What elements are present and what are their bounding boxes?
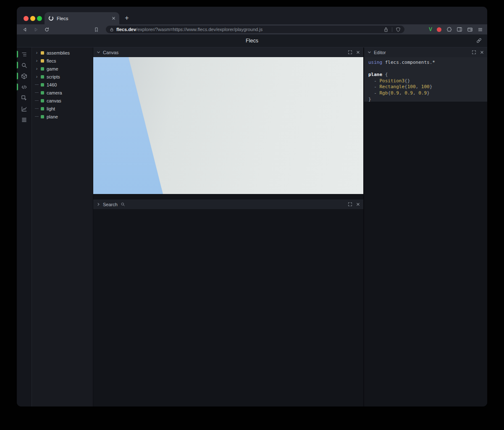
browser-tab[interactable]: Flecs <box>45 12 119 24</box>
traffic-light-minimize-button[interactable] <box>30 16 35 21</box>
fullscreen-icon[interactable] <box>472 50 476 55</box>
navigation-bar: flecs.dev/explorer/?wasm=https://www.fle… <box>17 24 487 34</box>
menu-icon[interactable] <box>478 27 483 32</box>
url-text: flecs.dev/explorer/?wasm=https://www.fle… <box>116 27 262 32</box>
outline-icon <box>21 51 27 58</box>
search-panel-title: Search <box>103 202 118 207</box>
activity-item-code[interactable] <box>17 81 32 92</box>
expand-chevron-icon[interactable]: › <box>35 66 39 71</box>
canvas-panel-actions <box>348 50 360 55</box>
lock-icon[interactable] <box>110 27 114 32</box>
tree-connector <box>35 108 39 109</box>
code-line: - Rectangle{100, 100} <box>368 84 483 90</box>
fullscreen-icon[interactable] <box>348 202 352 207</box>
entity-label: plane <box>46 114 58 119</box>
reload-icon[interactable] <box>43 26 50 33</box>
editor-code[interactable]: using flecs.components.* plane { - Posit… <box>364 57 487 102</box>
tree-item-canvas[interactable]: canvas <box>32 97 93 105</box>
editor-column: Editor using flecs.components.* plane { … <box>364 47 487 406</box>
tree-item-light[interactable]: light <box>32 105 93 113</box>
browser-window: Flecs + <box>17 7 487 406</box>
entities-icon <box>21 73 27 79</box>
code-line <box>368 66 483 72</box>
search-icon <box>121 202 125 207</box>
fullscreen-icon[interactable] <box>348 50 352 55</box>
main-column: Canvas <box>93 47 364 406</box>
url-bar[interactable]: flecs.dev/explorer/?wasm=https://www.fle… <box>106 26 404 33</box>
entity-label: flecs <box>46 58 56 63</box>
wallet-icon[interactable] <box>467 26 473 32</box>
chevron-right-icon[interactable] <box>97 202 100 206</box>
scene-sky-region <box>93 57 177 194</box>
active-indicator <box>17 73 18 79</box>
editor-empty-area <box>364 102 487 406</box>
activity-item-queries[interactable] <box>17 114 32 125</box>
shield-icon[interactable] <box>396 27 401 32</box>
code-line: using flecs.components.* <box>368 60 483 66</box>
share-icon[interactable] <box>383 27 388 32</box>
editor-panel-actions <box>472 50 484 55</box>
extension-v-icon[interactable]: V <box>429 26 432 32</box>
code-icon <box>21 84 27 90</box>
tree-item-game[interactable]: ›game <box>32 65 93 73</box>
expand-chevron-icon[interactable]: › <box>35 58 39 63</box>
tree-item-camera[interactable]: camera <box>32 89 93 97</box>
tree-item-plane[interactable]: plane <box>32 113 93 121</box>
chevron-down-icon[interactable] <box>97 50 100 54</box>
content-area: ›assemblies›flecs›game›scripts1460camera… <box>17 47 487 406</box>
canvas-panel-title: Canvas <box>103 50 118 55</box>
activity-item-outline[interactable] <box>17 49 32 60</box>
back-icon[interactable] <box>21 26 29 33</box>
entity-color-icon <box>41 115 44 118</box>
active-indicator <box>17 62 18 68</box>
editor-panel-title: Editor <box>374 50 386 55</box>
bookmark-icon[interactable] <box>92 26 100 33</box>
queries-icon <box>21 117 27 123</box>
tab-bar: Flecs + <box>17 7 487 24</box>
url-path: /explorer/?wasm=https://www.flecs.dev/ex… <box>136 27 262 32</box>
tree-item-assemblies[interactable]: ›assemblies <box>32 49 93 57</box>
link-icon[interactable] <box>476 37 482 44</box>
editor-panel-header: Editor <box>364 47 487 57</box>
activity-item-inspect[interactable] <box>17 92 32 103</box>
new-tab-button[interactable]: + <box>122 13 132 23</box>
tree-connector <box>35 116 39 117</box>
code-line: - Position3{} <box>368 78 483 84</box>
search-panel-header: Search <box>93 199 363 209</box>
activity-item-entities[interactable] <box>17 71 32 81</box>
code-line: } <box>368 97 483 102</box>
toolbar-extensions: V <box>429 26 483 32</box>
tree-item-flecs[interactable]: ›flecs <box>32 57 93 65</box>
tree-item-scripts[interactable]: ›scripts <box>32 73 93 81</box>
canvas-panel-header: Canvas <box>93 47 363 57</box>
entity-label: game <box>46 66 58 71</box>
tab-close-icon[interactable] <box>112 16 116 20</box>
tab-title: Flecs <box>57 16 109 21</box>
sidebar-icon[interactable] <box>457 26 462 32</box>
entity-label: assemblies <box>46 50 70 55</box>
activity-item-search[interactable] <box>17 60 32 71</box>
extensions-puzzle-icon[interactable] <box>446 26 452 32</box>
traffic-light-zoom-button[interactable] <box>37 16 42 21</box>
panel-gap <box>93 194 363 199</box>
close-icon[interactable] <box>356 50 360 54</box>
expand-chevron-icon[interactable]: › <box>35 74 39 79</box>
url-separator <box>392 27 392 32</box>
extension-red-icon[interactable] <box>437 27 441 32</box>
search-icon <box>21 62 27 68</box>
tree-connector <box>35 92 39 93</box>
canvas-scene[interactable] <box>93 57 363 194</box>
forward-icon[interactable] <box>32 26 39 33</box>
tree-item-1460[interactable]: 1460 <box>32 81 93 89</box>
expand-chevron-icon[interactable]: › <box>35 50 39 55</box>
traffic-light-close-button[interactable] <box>24 16 29 21</box>
chevron-down-icon[interactable] <box>368 50 371 54</box>
close-icon[interactable] <box>480 50 484 54</box>
entity-color-icon <box>41 83 44 87</box>
entity-color-icon <box>41 91 44 94</box>
activity-item-stats[interactable] <box>17 103 32 114</box>
activity-bar <box>17 47 32 406</box>
entity-tree: ›assemblies›flecs›game›scripts1460camera… <box>32 47 93 406</box>
close-icon[interactable] <box>356 202 360 206</box>
active-indicator <box>17 51 18 58</box>
